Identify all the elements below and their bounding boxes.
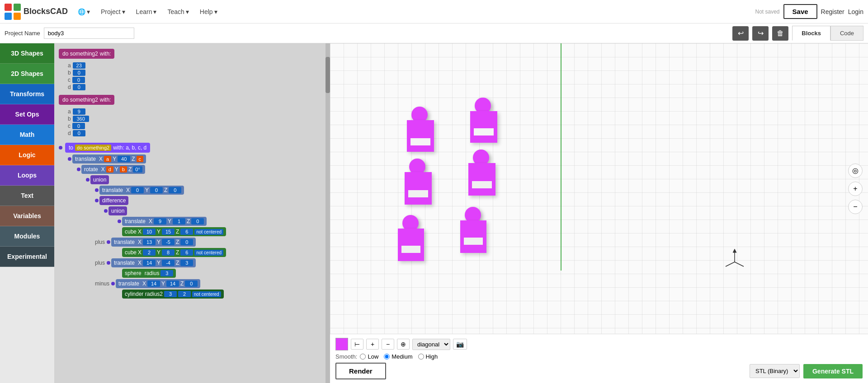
param2-b-input[interactable] [73,116,89,122]
t6-z[interactable] [185,280,198,287]
do-something2-block-1[interactable]: do something2 with: [59,49,114,59]
translate-block-2[interactable]: translate X Y Z [99,186,184,195]
center-view-button[interactable]: ◎ [848,163,863,178]
smooth-medium-option[interactable]: Medium [384,353,412,360]
cube2-centered-btn[interactable]: not centered [194,250,223,256]
color-swatch[interactable] [335,338,348,350]
smooth-high-radio[interactable] [418,354,424,360]
redo-button[interactable]: ↪ [752,26,769,41]
screenshot-button[interactable]: 📷 [453,339,467,350]
def-block[interactable]: to do something2 with: a, b, c, d [65,143,150,153]
sidebar-item-math[interactable]: Math [0,125,54,145]
smooth-low-option[interactable]: Low [360,353,378,360]
t5-z[interactable] [180,260,193,266]
t2-x[interactable] [131,187,144,193]
smooth-high-option[interactable]: High [418,353,438,360]
view-angle-select[interactable]: diagonal top front left [412,339,450,350]
sphere-radius[interactable] [160,270,173,276]
cube-block-1[interactable]: cube X Y Z not centered [122,227,226,236]
zoom-out-toolbar-button[interactable]: − [382,339,394,350]
param-d-input[interactable] [73,84,85,90]
sidebar-item-logic[interactable]: Logic [0,145,54,165]
param-b-input[interactable] [73,70,85,76]
cube-block-2[interactable]: cube X Y Z not centered [122,248,226,257]
param-c-input[interactable] [72,77,85,83]
project-name-input[interactable] [44,28,134,39]
sidebar-item-transforms[interactable]: Transforms [0,84,54,104]
sidebar-item-set-ops[interactable]: Set Ops [0,104,54,125]
sidebar-item-text[interactable]: Text [0,186,54,206]
translate-y-input[interactable] [118,156,130,162]
viewport-canvas[interactable]: ◎ + − [330,43,868,334]
sidebar-item-modules[interactable]: Modules [0,226,54,247]
translate-block-6[interactable]: translate X Y Z [116,279,200,288]
t5-y[interactable] [162,260,175,266]
t2-z[interactable] [169,187,181,193]
sidebar-item-experimental[interactable]: Experimental [0,247,54,267]
translate-block-4[interactable]: translate X Y Z [111,238,196,247]
t3-y[interactable] [173,218,185,224]
sidebar-item-loops[interactable]: Loops [0,165,54,186]
union-block-inner[interactable]: union [108,206,127,215]
tab-blocks[interactable]: Blocks [792,26,830,41]
translate-block-5[interactable]: translate X Y Z [111,258,196,267]
cyl-centered-btn[interactable]: not centered [192,291,221,297]
smooth-medium-radio[interactable] [384,354,390,360]
cube1-z[interactable] [180,229,193,235]
stl-format-select[interactable]: STL (Binary) STL (ASCII) OpenSCAD [750,364,800,378]
globe-button[interactable]: 🌐 ▾ [73,5,94,18]
param-a-input[interactable] [73,62,85,69]
block-workspace[interactable]: do something2 with: a b c [54,43,330,383]
cube2-y[interactable] [162,249,175,256]
sphere-block[interactable]: sphere radius [122,269,176,278]
t4-y[interactable] [162,239,175,245]
workspace-scrollbar[interactable] [326,43,330,383]
help-menu[interactable]: Help ▾ [195,5,222,18]
t6-x[interactable] [147,280,160,287]
sidebar-item-3d-shapes[interactable]: 3D Shapes [0,43,54,64]
t3-x[interactable] [154,218,166,224]
cube2-x[interactable] [143,249,156,256]
union-block-outer[interactable]: union [90,175,109,184]
t3-z[interactable] [191,218,204,224]
zoom-in-toolbar-button[interactable]: + [366,339,379,350]
cyl-r2[interactable] [178,291,191,297]
translate-block-1[interactable]: translate X a Y Z c [72,154,146,163]
delete-button[interactable]: 🗑 [772,26,788,41]
cyl-r[interactable] [164,291,177,297]
cube1-y[interactable] [162,229,175,235]
t4-x[interactable] [143,239,156,245]
undo-button[interactable]: ↩ [732,26,749,41]
sidebar-item-2d-shapes[interactable]: 2D Shapes [0,64,54,84]
do-something2-block-2[interactable]: do something2 with: [59,95,114,105]
render-button[interactable]: Render [335,363,386,379]
smooth-low-radio[interactable] [360,354,366,360]
teach-menu[interactable]: Teach ▾ [163,5,193,18]
scrollbar-thumb[interactable] [326,57,330,93]
cylinder-block[interactable]: cylinder radius2 not centered [122,290,224,299]
project-menu[interactable]: Project ▾ [96,5,130,18]
learn-menu[interactable]: Learn ▾ [132,5,161,18]
cube1-centered-btn[interactable]: not centered [194,229,223,235]
t2-y[interactable] [150,187,163,193]
save-button[interactable]: Save [783,4,817,19]
param2-d-input[interactable] [73,130,85,136]
tab-code[interactable]: Code [830,26,863,41]
cube2-z[interactable] [180,249,193,256]
t6-y[interactable] [166,280,179,287]
register-button[interactable]: Register [821,8,844,15]
param2-a-input[interactable] [73,108,85,115]
t4-z[interactable] [180,239,193,245]
sidebar-item-variables[interactable]: Variables [0,206,54,226]
reset-view-button[interactable]: ⊢ [351,339,363,350]
t5-x[interactable] [143,260,156,266]
fit-view-button[interactable]: ⊕ [397,339,410,350]
generate-stl-button[interactable]: Generate STL [803,364,863,378]
cube1-x[interactable] [143,229,156,235]
login-button[interactable]: Login [848,8,863,15]
zoom-in-button[interactable]: + [848,182,863,196]
zoom-out-button[interactable]: − [848,200,863,214]
translate-block-3[interactable]: translate X Y Z [122,217,207,226]
difference-block[interactable]: difference [99,196,128,205]
rotate-block[interactable]: rotate X d Y b Z 0° [81,165,145,174]
